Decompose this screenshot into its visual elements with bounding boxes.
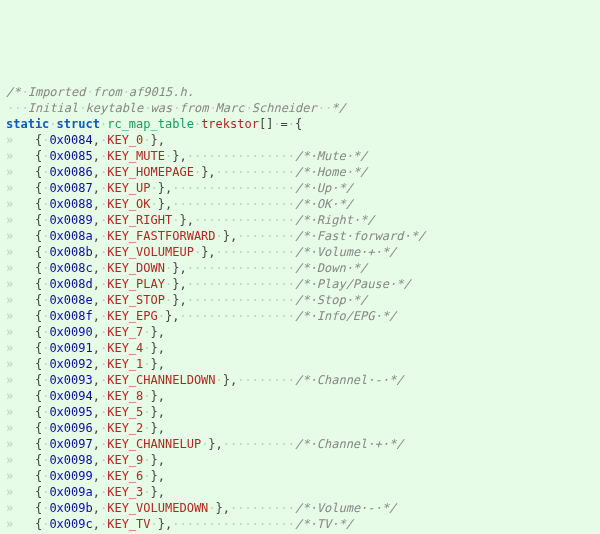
row-hex: 0x008a [49, 229, 92, 243]
table-row: » {·0x009b,·KEY_VOLUMEDOWN·},·········/*… [6, 501, 396, 515]
row-key: KEY_MUTE [107, 149, 165, 163]
indent: » [6, 293, 35, 307]
row-key: KEY_2 [107, 421, 143, 435]
row-key: KEY_9 [107, 453, 143, 467]
row-close: }, [151, 133, 165, 147]
indent: » [6, 389, 35, 403]
table-row: » {·0x0089,·KEY_RIGHT·},··············/*… [6, 213, 375, 227]
row-key: KEY_EPG [107, 309, 158, 323]
row-close: }, [201, 165, 215, 179]
indent: » [6, 325, 35, 339]
indent: » [6, 149, 35, 163]
row-close: }, [151, 421, 165, 435]
row-comment: /*·Right·*/ [295, 213, 374, 227]
row-close: }, [158, 181, 172, 195]
table-row: » {·0x0084,·KEY_0·}, [6, 133, 165, 147]
kw-struct: struct [57, 117, 100, 131]
row-hex: 0x009a [49, 485, 92, 499]
row-hex: 0x0099 [49, 469, 92, 483]
indent: » [6, 229, 35, 243]
row-comment: /*·TV·*/ [295, 517, 353, 531]
table-row: » {·0x0090,·KEY_7·}, [6, 325, 165, 339]
comment-line-2: ···Initial·keytable·was·from·Marc·Schnei… [6, 101, 346, 115]
row-close: }, [172, 277, 186, 291]
row-close: }, [223, 373, 237, 387]
table-row: » {·0x0088,·KEY_OK·},·················/*… [6, 197, 353, 211]
row-close: }, [172, 149, 186, 163]
indent: » [6, 133, 35, 147]
indent: » [6, 213, 35, 227]
indent: » [6, 341, 35, 355]
table-row: » {·0x0099,·KEY_6·}, [6, 469, 165, 483]
row-hex: 0x0085 [49, 149, 92, 163]
row-hex: 0x0098 [49, 453, 92, 467]
table-row: » {·0x008b,·KEY_VOLUMEUP·},···········/*… [6, 245, 396, 259]
indent: » [6, 165, 35, 179]
row-hex: 0x008b [49, 245, 92, 259]
row-key: KEY_1 [107, 357, 143, 371]
row-key: KEY_TV [107, 517, 150, 531]
row-key: KEY_3 [107, 485, 143, 499]
row-close: }, [151, 325, 165, 339]
indent: » [6, 245, 35, 259]
row-hex: 0x009b [49, 501, 92, 515]
row-key: KEY_6 [107, 469, 143, 483]
row-key: KEY_RIGHT [107, 213, 172, 227]
row-key: KEY_7 [107, 325, 143, 339]
indent: » [6, 469, 35, 483]
row-close: }, [172, 293, 186, 307]
row-key: KEY_8 [107, 389, 143, 403]
row-hex: 0x0086 [49, 165, 92, 179]
comment-line-1: /*·Imported·from·af9015.h. [6, 85, 194, 99]
row-close: }, [158, 517, 172, 531]
row-key: KEY_HOMEPAGE [107, 165, 194, 179]
row-close: }, [151, 341, 165, 355]
row-close: }, [151, 453, 165, 467]
row-hex: 0x0090 [49, 325, 92, 339]
row-close: }, [151, 405, 165, 419]
table-row: » {·0x0097,·KEY_CHANNELUP·},··········/*… [6, 437, 403, 451]
row-comment: /*·Info/EPG·*/ [295, 309, 396, 323]
table-row: » {·0x008c,·KEY_DOWN·},···············/*… [6, 261, 367, 275]
row-comment: /*·Channel·-·*/ [295, 373, 403, 387]
row-close: }, [223, 229, 237, 243]
row-close: }, [158, 197, 172, 211]
table-row: » {·0x0087,·KEY_UP·},·················/*… [6, 181, 353, 195]
row-comment: /*·Mute·*/ [295, 149, 367, 163]
row-key: KEY_UP [107, 181, 150, 195]
row-hex: 0x0097 [49, 437, 92, 451]
row-comment: /*·Play/Pause·*/ [295, 277, 411, 291]
row-key: KEY_4 [107, 341, 143, 355]
row-close: }, [165, 309, 179, 323]
row-hex: 0x008e [49, 293, 92, 307]
row-hex: 0x0088 [49, 197, 92, 211]
table-row: » {·0x0092,·KEY_1·}, [6, 357, 165, 371]
indent: » [6, 485, 35, 499]
row-key: KEY_FASTFORWARD [107, 229, 215, 243]
row-comment: /*·Fast·forward·*/ [295, 229, 425, 243]
indent: » [6, 309, 35, 323]
row-comment: /*·Volume·-·*/ [295, 501, 396, 515]
row-key: KEY_CHANNELUP [107, 437, 201, 451]
code-block: /*·Imported·from·af9015.h. ···Initial·ke… [0, 64, 600, 534]
row-hex: 0x008c [49, 261, 92, 275]
indent: » [6, 437, 35, 451]
table-row: » {·0x008f,·KEY_EPG·},················/*… [6, 309, 396, 323]
indent: » [6, 421, 35, 435]
row-close: }, [179, 213, 193, 227]
table-row: » {·0x0096,·KEY_2·}, [6, 421, 165, 435]
decl-suffix: []·=·{ [259, 117, 302, 131]
indent: » [6, 357, 35, 371]
row-comment: /*·Home·*/ [295, 165, 367, 179]
row-hex: 0x0095 [49, 405, 92, 419]
decl-line: static·struct·rc_map_table·trekstor[]·=·… [6, 117, 302, 131]
row-key: KEY_VOLUMEDOWN [107, 501, 208, 515]
row-hex: 0x0093 [49, 373, 92, 387]
indent: » [6, 373, 35, 387]
row-hex: 0x0089 [49, 213, 92, 227]
table-row: » {·0x0094,·KEY_8·}, [6, 389, 165, 403]
type-name: rc_map_table [107, 117, 194, 131]
row-close: }, [208, 437, 222, 451]
row-close: }, [216, 501, 230, 515]
row-hex: 0x0087 [49, 181, 92, 195]
